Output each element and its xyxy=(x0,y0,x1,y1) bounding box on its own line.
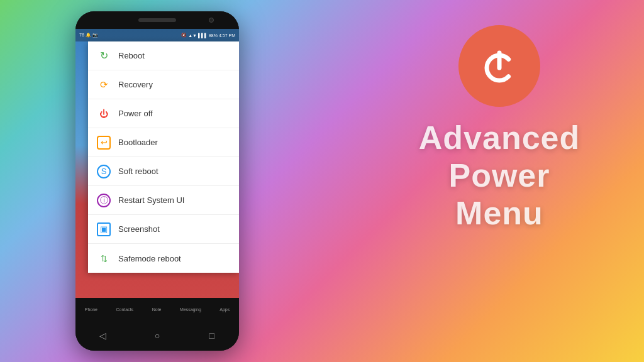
power-icon-svg xyxy=(477,44,521,88)
nav-back-button[interactable]: ◁ xyxy=(95,328,110,343)
app-apps[interactable]: Apps xyxy=(219,307,230,312)
phone-device: 76 🔔 📷 🔇 ▲▼ ▌▌▌ 88% 4:57 PM ↻ Reboot ⟳ R… xyxy=(75,11,239,351)
status-left: 76 🔔 📷 xyxy=(79,33,98,38)
menu-item-screenshot[interactable]: ▣ Screenshot xyxy=(88,215,239,244)
recovery-label: Recovery xyxy=(118,80,153,89)
menu-item-recovery[interactable]: ⟳ Recovery xyxy=(88,70,239,99)
menu-item-poweroff[interactable]: ⏻ Power off xyxy=(88,99,239,128)
poweroff-label: Power off xyxy=(118,109,153,118)
phone-camera xyxy=(209,18,214,23)
restartsystemui-label: Restart System UI xyxy=(118,195,184,205)
phone-speaker xyxy=(138,18,176,22)
app-note[interactable]: Note xyxy=(152,307,162,312)
menu-item-safemode[interactable]: ⇅ Safemode reboot xyxy=(88,244,239,273)
app-title: Advanced Power Menu xyxy=(419,119,580,232)
right-panel: Advanced Power Menu xyxy=(380,25,619,232)
recovery-icon: ⟳ xyxy=(97,78,111,92)
title-line2: Power xyxy=(419,157,580,195)
status-wifi: ▲▼ xyxy=(188,33,197,38)
bootloader-icon: ↩ xyxy=(97,136,111,150)
reboot-label: Reboot xyxy=(118,51,145,60)
status-right: 🔇 ▲▼ ▌▌▌ 88% 4:57 PM xyxy=(181,33,235,38)
softreboot-label: Soft reboot xyxy=(118,167,158,176)
title-line1: Advanced xyxy=(419,119,580,157)
app-messaging[interactable]: Messaging xyxy=(180,307,201,312)
screenshot-icon: ▣ xyxy=(97,222,111,236)
screenshot-label: Screenshot xyxy=(118,224,160,234)
bootloader-label: Bootloader xyxy=(118,138,158,147)
status-icons: 76 🔔 📷 xyxy=(79,33,98,38)
status-time: 4:57 PM xyxy=(219,33,235,38)
phone-nav-bar: ◁ ○ □ xyxy=(75,321,239,351)
app-phone[interactable]: Phone xyxy=(85,307,97,312)
status-battery: 88% xyxy=(209,33,218,38)
menu-item-bootloader[interactable]: ↩ Bootloader xyxy=(88,128,239,157)
menu-item-softreboot[interactable]: S Soft reboot xyxy=(88,157,239,186)
reboot-icon: ↻ xyxy=(97,49,111,63)
phone-app-bar: Phone Contacts Note Messaging Apps xyxy=(75,298,239,321)
nav-recent-button[interactable]: □ xyxy=(204,328,219,343)
menu-item-reboot[interactable]: ↻ Reboot xyxy=(88,41,239,70)
phone-top-bar xyxy=(75,11,239,29)
menu-item-restartsystemui[interactable]: ⓘ Restart System UI xyxy=(88,186,239,215)
safemode-label: Safemode reboot xyxy=(118,254,181,263)
power-menu: ↻ Reboot ⟳ Recovery ⏻ Power off ↩ Bootlo… xyxy=(88,41,239,273)
restartsystemui-icon: ⓘ xyxy=(97,194,111,207)
title-line3: Menu xyxy=(419,195,580,233)
status-signal: ▌▌▌ xyxy=(198,33,208,38)
app-contacts[interactable]: Contacts xyxy=(116,307,134,312)
phone-screen: 76 🔔 📷 🔇 ▲▼ ▌▌▌ 88% 4:57 PM ↻ Reboot ⟳ R… xyxy=(75,29,239,321)
status-mute: 🔇 xyxy=(181,33,187,38)
softreboot-icon: S xyxy=(97,165,111,178)
status-bar: 76 🔔 📷 🔇 ▲▼ ▌▌▌ 88% 4:57 PM xyxy=(75,29,239,41)
nav-home-button[interactable]: ○ xyxy=(150,328,165,343)
safemode-icon: ⇅ xyxy=(97,251,111,265)
power-icon-circle xyxy=(458,25,540,107)
poweroff-icon: ⏻ xyxy=(97,107,111,121)
